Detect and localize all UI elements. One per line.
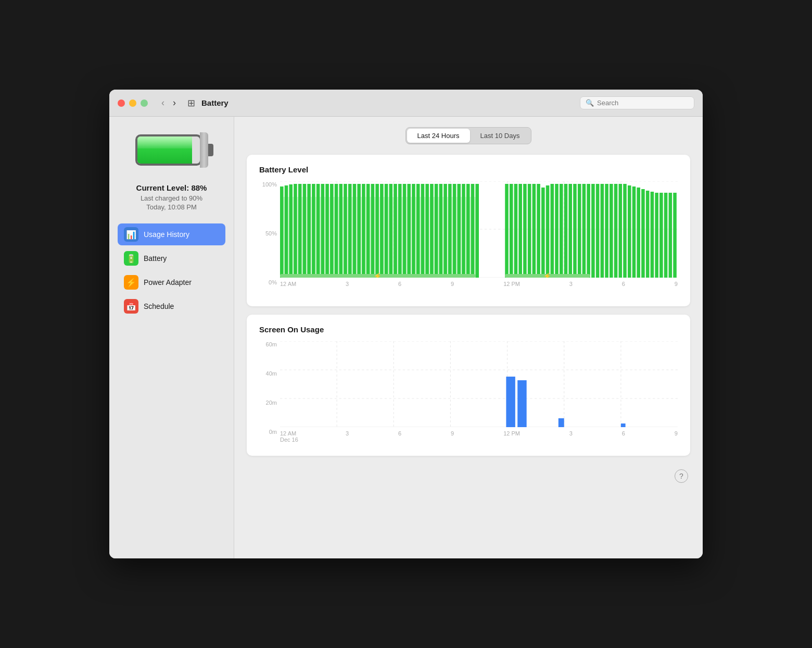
x-label-6a: 6	[398, 281, 401, 287]
close-button[interactable]	[118, 99, 125, 107]
y-label-40m: 40m	[266, 370, 277, 377]
svg-rect-87	[655, 193, 658, 278]
svg-rect-47	[448, 184, 452, 278]
svg-rect-81	[628, 185, 631, 278]
x-label-12am-s: 12 AM	[280, 430, 296, 437]
svg-rect-24	[344, 184, 347, 278]
svg-rect-79	[618, 184, 622, 278]
help-button[interactable]: ?	[675, 469, 688, 483]
x-label-9a-s: 9	[451, 430, 454, 437]
svg-rect-27	[357, 184, 361, 278]
sidebar-item-usage-history[interactable]: 📊 Usage History	[118, 223, 225, 245]
svg-rect-59	[528, 184, 531, 278]
charge-time: Today, 10:08 PM	[146, 203, 197, 211]
battery-terminal	[208, 144, 213, 156]
battery-chart-wrapper: 100% 50% 0%	[259, 181, 678, 296]
svg-rect-26	[353, 184, 357, 278]
svg-rect-15	[303, 184, 307, 278]
help-area: ?	[247, 464, 690, 483]
sidebar-item-battery[interactable]: 🔋 Battery	[118, 247, 225, 269]
svg-rect-85	[646, 191, 650, 278]
minimize-button[interactable]	[129, 99, 136, 107]
main-window: ‹ › ⊞ Battery 🔍 Curre	[109, 90, 703, 558]
svg-rect-14	[298, 184, 302, 278]
x-label-9a: 9	[451, 281, 454, 287]
main-panel: Last 24 Hours Last 10 Days Battery Level…	[234, 117, 703, 558]
sidebar-item-label-power: Power Adapter	[144, 278, 192, 286]
search-input[interactable]	[597, 99, 689, 107]
x-label-3p-s: 3	[569, 430, 573, 437]
screen-y-axis: 60m 40m 20m 0m	[259, 341, 280, 445]
svg-rect-51	[466, 184, 470, 278]
svg-rect-70	[578, 184, 581, 278]
y-label-60m: 60m	[266, 341, 277, 347]
tab-group: Last 24 Hours Last 10 Days	[405, 127, 532, 144]
svg-rect-28	[362, 184, 365, 278]
svg-rect-72	[587, 184, 590, 278]
svg-rect-58	[523, 184, 527, 278]
svg-rect-46	[443, 184, 447, 278]
sidebar-item-power-adapter[interactable]: ⚡ Power Adapter	[118, 271, 225, 293]
x-label-3p: 3	[569, 281, 573, 287]
x-label-6a-s: 6	[398, 430, 401, 437]
svg-rect-55	[510, 184, 513, 278]
svg-rect-37	[403, 184, 407, 278]
sidebar-item-label-schedule: Schedule	[144, 302, 174, 310]
back-button[interactable]: ‹	[158, 96, 168, 109]
tab-last-10d[interactable]: Last 10 Days	[470, 129, 530, 143]
forward-button[interactable]: ›	[170, 96, 179, 109]
svg-rect-25	[348, 184, 352, 278]
traffic-lights	[118, 99, 148, 107]
battery-metal-ring	[200, 132, 208, 168]
svg-rect-62	[541, 188, 545, 278]
x-label-12pm-s: 12 PM	[503, 430, 520, 437]
svg-rect-108	[559, 418, 564, 427]
last-charged: Last charged to 90%	[141, 194, 202, 202]
svg-rect-67	[564, 184, 568, 278]
svg-rect-71	[582, 184, 586, 278]
svg-rect-82	[632, 186, 636, 278]
sidebar-item-schedule[interactable]: 📅 Schedule	[118, 295, 225, 317]
y-label-100: 100%	[262, 181, 277, 188]
svg-rect-22	[335, 184, 338, 278]
x-label-3a: 3	[346, 281, 349, 287]
x-label-12am: 12 AM	[280, 281, 296, 287]
tab-last-24h[interactable]: Last 24 Hours	[407, 129, 470, 143]
battery-chart-main: ⚡ ⚡ 12 AM 3 6 9 12 PM	[280, 181, 678, 296]
svg-rect-13	[294, 184, 297, 278]
battery-sheen	[137, 136, 193, 148]
svg-rect-39	[412, 184, 415, 278]
svg-rect-20	[325, 184, 329, 278]
svg-rect-18	[316, 184, 320, 278]
svg-text:⚡: ⚡	[373, 272, 382, 278]
svg-rect-65	[555, 184, 559, 278]
svg-rect-84	[641, 189, 645, 278]
search-icon: 🔍	[586, 99, 594, 107]
search-bar[interactable]: 🔍	[580, 96, 694, 109]
y-label-50: 50%	[265, 230, 277, 236]
maximize-button[interactable]	[141, 99, 148, 107]
y-label-20m: 20m	[266, 400, 277, 406]
sidebar-item-label-battery: Battery	[144, 254, 167, 263]
svg-rect-106	[506, 377, 515, 427]
content-area: Current Level: 88% Last charged to 90% T…	[109, 117, 703, 558]
current-level: Current Level: 88%	[136, 183, 207, 192]
battery-visual	[135, 132, 208, 168]
svg-rect-78	[614, 184, 618, 278]
battery-chart-title: Battery Level	[259, 165, 678, 174]
svg-rect-74	[596, 184, 600, 278]
svg-rect-109	[621, 423, 626, 427]
svg-rect-60	[532, 184, 536, 278]
power-adapter-icon: ⚡	[124, 275, 138, 290]
battery-level-svg: ⚡ ⚡	[280, 181, 678, 278]
screen-x-axis: 12 AM 3 6 9 12 PM 3 6 9	[280, 429, 678, 437]
svg-rect-73	[591, 184, 595, 278]
svg-rect-89	[664, 193, 668, 278]
grid-icon[interactable]: ⊞	[187, 97, 195, 109]
battery-icon-container	[135, 132, 208, 173]
svg-rect-48	[453, 184, 456, 278]
svg-rect-45	[439, 184, 443, 278]
svg-rect-56	[514, 184, 518, 278]
screen-chart-main: 12 AM 3 6 9 12 PM 3 6 9 Dec 16	[280, 341, 678, 445]
svg-rect-54	[505, 184, 509, 278]
